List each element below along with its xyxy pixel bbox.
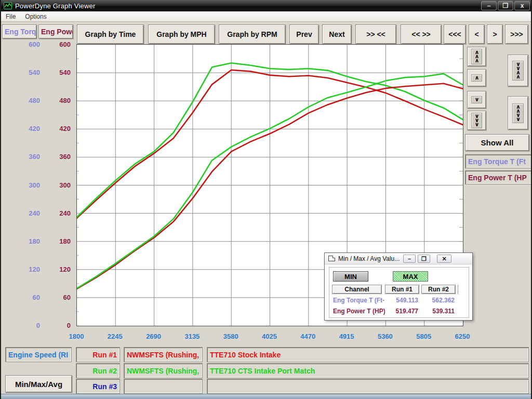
minimize-icon[interactable]: –	[481, 1, 497, 10]
zoom-in-button[interactable]: >> <<	[355, 24, 396, 44]
minmax-row-power-channel: Eng Power T (HP)	[333, 308, 385, 315]
y-axis-tick-label: 600	[10, 41, 40, 49]
minmax-row-power-run2: 539.311	[421, 308, 455, 315]
graph-by-time-button[interactable]: Graph by Time	[77, 24, 144, 44]
y-scroll-up-fast-button[interactable]: ∧ ∧ ∧	[467, 47, 486, 66]
max-button[interactable]: MAX	[393, 271, 428, 282]
run1-description-field: TTE710 Stock Intake	[207, 347, 529, 362]
window-bottom-edge	[1, 394, 532, 399]
triple-down-chevron-icon: ∨ ∨ ∨	[471, 113, 483, 128]
graph-by-rpm-button[interactable]: Graph by RPM	[219, 24, 286, 44]
y-axis-tick-label: 300	[46, 181, 71, 190]
y-axis-tick-label: 420	[10, 125, 40, 133]
run3-source-field	[124, 379, 203, 394]
y-axis-tick-label: 540	[10, 69, 40, 77]
tab-eng-power[interactable]: Eng Powe	[38, 24, 73, 39]
y-axis-tick-label: 300	[10, 181, 40, 190]
y-axis-tick-label: 360	[46, 153, 71, 161]
x-axis-tick-label: 6250	[444, 332, 481, 340]
minmax-row-torque-run1: 549.113	[385, 297, 418, 304]
min-button[interactable]: MIN	[333, 271, 368, 282]
title-bar: PowerDyne Graph Viewer – ❐ x	[1, 0, 532, 11]
run2-label: Run #2	[76, 363, 120, 378]
minmax-minimize-icon[interactable]: –	[403, 255, 416, 263]
app-icon	[4, 2, 12, 9]
x-axis-tick-label: 4025	[251, 332, 288, 340]
column-header-run1: Run #1	[385, 285, 419, 294]
restore-icon[interactable]: ❐	[498, 1, 513, 10]
x-axis-tick-label: 2245	[97, 332, 133, 340]
y-axis-tick-label: 480	[46, 97, 71, 105]
y-axis-tick-label: 600	[46, 41, 71, 49]
y-axis-tick-label: 240	[10, 209, 40, 218]
run1-label: Run #1	[76, 347, 120, 362]
tab-eng-torque[interactable]: Eng Torq	[2, 24, 37, 39]
menu-file[interactable]: File	[1, 12, 20, 21]
y-axis-power-ticks: 060120180240300360420480540600	[46, 44, 71, 326]
graph-by-mph-button[interactable]: Graph by MPH	[148, 24, 215, 44]
column-header-run2: Run #2	[421, 285, 456, 294]
up-chevron-icon: ∧	[471, 74, 483, 82]
run3-description-field	[207, 379, 529, 394]
close-icon[interactable]: x	[514, 1, 530, 10]
minmax-window: Min / Max / Avg Valu... – ❐ ✕ MIN MAX Ch…	[324, 252, 473, 321]
window-title: PowerDyne Graph Viewer	[15, 2, 95, 10]
run2-description-field: TTE710 CTS Intake Port Match	[207, 363, 529, 378]
collapse-chevrons-icon: ∨ ∨ ∧ ∧	[512, 61, 524, 81]
y-axis-tick-label: 60	[46, 294, 71, 302]
x-axis-tick-label: 3135	[174, 332, 210, 340]
legend-eng-torque: Eng Torque T (Ft	[465, 154, 532, 168]
y-zoom-out-button[interactable]: ∧ ∧ ∨ ∨	[508, 96, 528, 130]
run1-source-field: NWMSFTS (Rushing,	[124, 347, 203, 362]
minmax-row-power-run1: 519.477	[385, 308, 418, 315]
y-axis-tick-label: 540	[46, 69, 71, 77]
menu-options[interactable]: Options	[20, 12, 51, 21]
x-axis-channel-field: Engine Speed (RI	[5, 347, 72, 362]
menu-bar: File Options	[1, 11, 532, 22]
x-axis-tick-label: 5360	[367, 332, 403, 340]
minmax-restore-icon[interactable]: ❐	[418, 255, 430, 263]
x-axis-tick-label: 1800	[58, 332, 95, 340]
y-axis-tick-label: 0	[46, 322, 71, 330]
column-header-channel: Channel	[332, 285, 382, 294]
scroll-left-button[interactable]: <	[469, 24, 485, 44]
y-axis-tick-label: 0	[10, 322, 40, 330]
x-axis-tick-label: 3580	[212, 332, 249, 340]
y-axis-tick-label: 180	[10, 237, 40, 246]
y-axis-tick-label: 240	[46, 209, 71, 218]
run2-source-field: NWMSFTS (Rushing,	[124, 363, 203, 378]
show-all-button[interactable]: Show All	[465, 134, 529, 151]
y-scroll-down-fast-button[interactable]: ∨ ∨ ∨	[467, 111, 486, 130]
scroll-far-left-button[interactable]: <<<	[444, 24, 466, 44]
column-divider	[458, 285, 458, 294]
y-scroll-down-button[interactable]: ∨	[467, 91, 486, 109]
y-axis-tick-label: 360	[10, 153, 40, 161]
down-chevron-icon: ∨	[471, 96, 483, 103]
prev-button[interactable]: Prev	[289, 24, 319, 44]
next-button[interactable]: Next	[322, 24, 352, 44]
window-controls: – ❐ x	[480, 1, 530, 10]
x-axis-tick-label: 4915	[328, 332, 365, 340]
minmax-close-icon[interactable]: ✕	[437, 255, 451, 263]
scroll-far-right-button[interactable]: >>>	[505, 24, 528, 44]
y-axis-tick-label: 180	[46, 237, 71, 246]
legend-eng-power: Eng Power T (HP	[465, 170, 532, 184]
y-axis-torque-ticks: 060120180240300360420480540600	[10, 44, 40, 326]
run3-label: Run #3	[76, 379, 120, 394]
y-axis-tick-label: 120	[46, 265, 71, 274]
zoom-out-button[interactable]: << >>	[401, 24, 442, 44]
y-scroll-up-button[interactable]: ∧	[467, 69, 486, 87]
y-axis-tick-label: 120	[10, 265, 40, 274]
y-zoom-in-button[interactable]: ∨ ∨ ∧ ∧	[508, 55, 528, 87]
y-axis-tick-label: 480	[10, 97, 40, 105]
scroll-right-button[interactable]: >	[487, 24, 503, 44]
y-axis-tick-label: 420	[46, 125, 71, 133]
document-icon	[328, 256, 335, 261]
minmaxavg-button[interactable]: Min/Max/Avg	[5, 375, 72, 393]
y-axis-tick-label: 60	[10, 294, 40, 302]
x-axis-tick-label: 5805	[406, 332, 442, 340]
expand-chevrons-icon: ∧ ∧ ∨ ∨	[512, 103, 524, 123]
minmax-row-torque-channel: Eng Torque T (Ft-	[333, 297, 385, 304]
minmax-window-title: Min / Max / Avg Valu...	[338, 255, 400, 262]
x-axis-tick-label: 4470	[290, 332, 326, 340]
